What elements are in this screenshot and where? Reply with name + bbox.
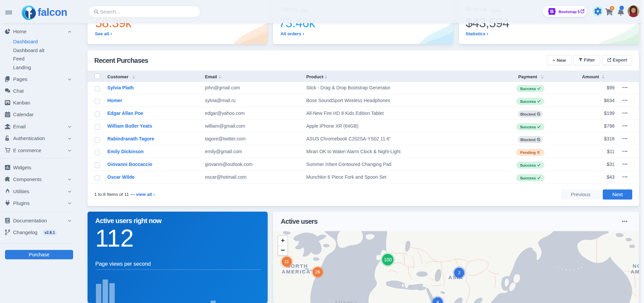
svg-text:AME: AME <box>631 269 639 274</box>
svg-text:NO: NO <box>633 263 639 269</box>
svg-text:Atlantic: Atlantic <box>334 300 358 303</box>
svg-text:AMERICA: AMERICA <box>282 269 311 274</box>
svg-text:B: B <box>550 9 554 14</box>
